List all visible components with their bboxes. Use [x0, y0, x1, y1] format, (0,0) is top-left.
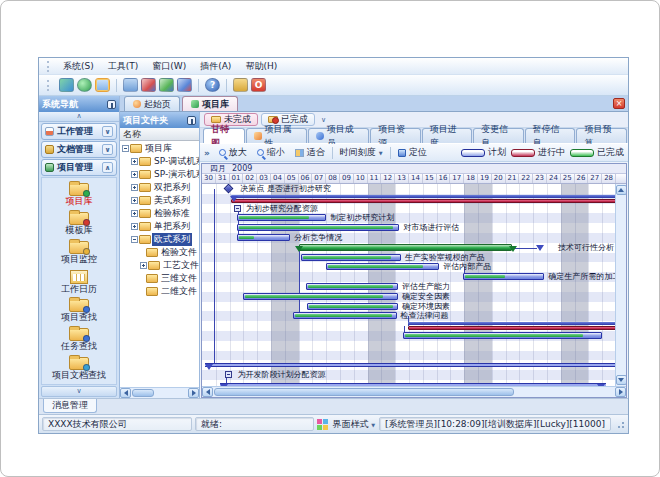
open-folder-icon[interactable]: [95, 78, 110, 92]
scroll-right-button[interactable]: [188, 388, 199, 398]
fit-button[interactable]: 适合: [292, 145, 328, 160]
scroll-right-button[interactable]: [615, 387, 626, 397]
expand-icon[interactable]: [140, 262, 147, 269]
scroll-thumb[interactable]: [132, 389, 154, 397]
task-bar[interactable]: [237, 214, 327, 221]
expand-icon[interactable]: [131, 158, 138, 165]
nav-section-2[interactable]: 项目管理∧: [41, 159, 117, 176]
tree-column-header[interactable]: 名称: [120, 128, 199, 141]
logout-icon[interactable]: O: [251, 78, 266, 92]
report-green-icon[interactable]: [159, 78, 174, 92]
nav-item-3[interactable]: 工作日历: [42, 267, 116, 296]
gantt-vertical-scrollbar[interactable]: [615, 184, 626, 386]
tree-horizontal-scrollbar[interactable]: [120, 387, 199, 398]
detail-tab-4[interactable]: 项目进度: [422, 128, 473, 143]
collapse-icon[interactable]: [122, 145, 129, 152]
expand-icon[interactable]: [131, 223, 138, 230]
resize-grip[interactable]: [615, 419, 625, 429]
task-bar[interactable]: [293, 312, 397, 319]
detail-tab-6[interactable]: 暂停信息: [525, 128, 576, 143]
tab-起始页[interactable]: 起始页: [124, 96, 180, 111]
report-blue-icon[interactable]: [177, 78, 192, 92]
nav-section-0[interactable]: 工作管理∨: [41, 123, 117, 140]
timescale-dropdown[interactable]: 时间刻度▼: [337, 145, 386, 160]
menu-item-1[interactable]: 工具(T): [101, 58, 146, 75]
message-management-tab[interactable]: 消息管理: [43, 399, 97, 413]
tree-row-9[interactable]: 工艺文件: [120, 259, 199, 272]
zoom-in-button[interactable]: 放大: [216, 145, 250, 160]
gantt-horizontal-scrollbar[interactable]: [202, 386, 626, 397]
globe-icon[interactable]: [77, 78, 92, 92]
summary-marker[interactable]: [234, 205, 241, 212]
expand-icon[interactable]: [131, 210, 138, 217]
tree-row-1[interactable]: SP-调试机系列: [120, 155, 199, 168]
chevron-icon[interactable]: ∨: [102, 126, 113, 137]
close-tab-button[interactable]: ×: [613, 98, 625, 109]
nav-item-0[interactable]: 项目库: [42, 180, 116, 209]
nav-collapse-button[interactable]: ∧: [39, 112, 119, 122]
tree-row-7[interactable]: 欧式系列: [120, 233, 199, 246]
chevron-icon[interactable]: ∧: [102, 162, 113, 173]
nav-item-4[interactable]: 项目查找: [42, 296, 116, 325]
expand-icon[interactable]: [131, 197, 138, 204]
nav-item-1[interactable]: 模板库: [42, 209, 116, 238]
menubar-grip-handle[interactable]: [47, 61, 50, 72]
phase-summary-bar[interactable]: [205, 363, 620, 367]
nav-more-button[interactable]: ∨: [41, 386, 117, 397]
tab-项目库[interactable]: 项目库: [182, 96, 238, 111]
detail-tab-0[interactable]: 甘特图: [203, 128, 245, 143]
chevron-icon[interactable]: ∨: [102, 144, 113, 155]
menu-item-4[interactable]: 帮助(H): [238, 58, 284, 75]
pin-icon[interactable]: [107, 100, 116, 109]
toolbar-overflow-icon[interactable]: »: [204, 148, 210, 158]
milestone-diamond[interactable]: [224, 184, 234, 193]
plan-line[interactable]: [408, 322, 623, 325]
task-bar[interactable]: [237, 234, 291, 241]
tree-row-8[interactable]: 检验文件: [120, 246, 199, 259]
scroll-thumb[interactable]: [214, 388, 514, 396]
toolbar-grip-handle[interactable]: [47, 80, 50, 91]
report-red-icon[interactable]: [141, 78, 156, 92]
desktop-icon[interactable]: [59, 78, 74, 92]
scroll-left-button[interactable]: [120, 388, 131, 398]
task-bar[interactable]: [326, 263, 439, 270]
ui-style-dropdown[interactable]: 界面样式 ▼: [332, 418, 375, 431]
tree-row-0[interactable]: 项目库: [120, 142, 199, 155]
tree-row-11[interactable]: 二维文件: [120, 285, 199, 298]
nav-section-1[interactable]: 文档管理∨: [41, 141, 117, 158]
tree-row-3[interactable]: 双把系列: [120, 181, 199, 194]
milestone-flag-icon[interactable]: [536, 245, 544, 251]
task-bar[interactable]: [463, 273, 544, 280]
task-bar[interactable]: [307, 303, 398, 310]
active-bar[interactable]: [408, 326, 623, 330]
task-bar[interactable]: [403, 332, 602, 339]
task-bar[interactable]: [306, 283, 398, 290]
tree-row-6[interactable]: 单把系列: [120, 220, 199, 233]
task-bar[interactable]: [237, 224, 400, 231]
plan-line[interactable]: [231, 195, 623, 198]
task-bar[interactable]: [301, 254, 400, 261]
scroll-up-button[interactable]: [616, 185, 627, 195]
menu-item-3[interactable]: 插件(A): [193, 58, 238, 75]
scroll-down-button[interactable]: [616, 375, 627, 385]
task-bar[interactable]: [243, 293, 398, 300]
tree-row-2[interactable]: SP-演示机系列: [120, 168, 199, 181]
tree-row-4[interactable]: 美式系列: [120, 194, 199, 207]
lock-icon[interactable]: [233, 78, 248, 92]
nav-item-6[interactable]: 项目文档查找: [42, 354, 116, 383]
collapse-icon[interactable]: [131, 236, 138, 243]
detail-tab-2[interactable]: 项目成员: [308, 128, 369, 143]
pin-icon[interactable]: [187, 116, 196, 125]
detail-tab-7[interactable]: 项目预算: [576, 128, 627, 143]
tree-row-10[interactable]: 三维文件: [120, 272, 199, 285]
expand-icon[interactable]: [131, 171, 138, 178]
phase-summary-bar[interactable]: [220, 383, 606, 386]
menu-item-0[interactable]: 系统(S): [56, 58, 101, 75]
detail-tab-5[interactable]: 变更信息: [473, 128, 524, 143]
nav-item-2[interactable]: 项目监控: [42, 238, 116, 267]
scroll-left-button[interactable]: [202, 387, 213, 397]
summary-marker[interactable]: [225, 371, 232, 378]
help-icon[interactable]: ?: [205, 78, 220, 92]
detail-tab-1[interactable]: 项目属性: [246, 128, 307, 143]
summary-bar-complete[interactable]: [299, 244, 513, 251]
